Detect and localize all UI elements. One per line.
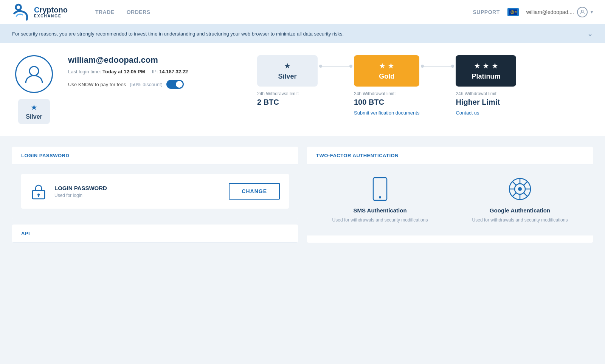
avatar (15, 55, 53, 93)
language-button[interactable]: EN (507, 8, 519, 16)
twofa-panel: TWO-FACTOR AUTHENTICATION SMS Authentica… (307, 147, 593, 243)
main-nav: TRADE ORDERS (95, 9, 473, 15)
last-login-label: Last login time: (68, 69, 101, 74)
dot-left-2 (421, 65, 424, 68)
avatar-area: ★ Silver (15, 55, 53, 124)
ip-value: 14.187.32.22 (159, 69, 188, 74)
platinum-contact-link[interactable]: Contact us (456, 110, 479, 116)
know-fee-label: Use KNOW to pay for fees (68, 82, 126, 87)
main-header: Cryptono EXCHANGE TRADE ORDERS SUPPORT E… (0, 0, 605, 24)
login-password-title: LOGIN PASSWORD (54, 185, 221, 191)
profile-section: ★ Silver william@edoopad.com Last login … (0, 43, 605, 138)
sms-auth-title: SMS Authentication (316, 207, 444, 214)
google-auth-icon (508, 177, 532, 201)
svg-point-9 (37, 194, 40, 196)
lock-icon (30, 183, 47, 200)
gold-stars: ★ ★ (363, 61, 410, 70)
google-auth-title: Google Authentication (456, 207, 584, 214)
security-banner: For security reasons, you are strongly r… (0, 24, 605, 43)
tier-card-silver: ★ Silver (257, 55, 318, 87)
user-email-display: william@edoopad.... (526, 9, 574, 15)
support-link[interactable]: SUPPORT (473, 9, 500, 15)
platinum-name: Platinum (465, 73, 507, 81)
svg-point-15 (518, 187, 522, 191)
user-menu[interactable]: william@edoopad.... ▾ (526, 7, 593, 17)
header-right: SUPPORT EN william@edoopad.... ▾ (473, 7, 593, 17)
know-fee-toggle[interactable] (166, 80, 184, 89)
know-fee-discount: (50% discount) (130, 82, 163, 87)
google-auth-desc: Used for withdrawals and security modifi… (456, 217, 584, 223)
login-password-panel: LOGIN PASSWORD LOGIN PASSWORD Used for l… (12, 147, 298, 218)
connector-line-1 (321, 66, 351, 67)
tier-connector-2 (419, 66, 456, 67)
badge-star: ★ (26, 103, 42, 112)
user-avatar-icon (577, 7, 588, 17)
logo-text-area: Cryptono EXCHANGE (34, 6, 68, 18)
logo-icon (12, 3, 30, 21)
svg-point-12 (379, 196, 381, 198)
svg-line-21 (524, 193, 527, 197)
sms-icon (368, 177, 392, 201)
login-password-sub: Used for login (54, 193, 221, 198)
svg-line-22 (524, 181, 527, 185)
change-password-button[interactable]: CHANGE (229, 183, 280, 200)
logo-sub: EXCHANGE (34, 14, 68, 18)
profile-email: william@edoopad.com (68, 55, 234, 65)
nav-orders[interactable]: ORDERS (127, 9, 150, 15)
left-panel: LOGIN PASSWORD LOGIN PASSWORD Used for l… (12, 147, 298, 243)
svg-point-6 (581, 10, 583, 12)
nav-trade[interactable]: TRADE (95, 9, 115, 15)
tier-gold-block: ★ ★ Gold 24h Withdrawal limit: 100 BTC S… (354, 55, 419, 116)
logo-title: Cryptono (34, 6, 68, 14)
dot-left-1 (319, 65, 322, 68)
ip-label: IP: (152, 69, 158, 74)
silver-limit-value: 2 BTC (257, 98, 318, 107)
svg-line-23 (512, 193, 516, 197)
login-password-row: LOGIN PASSWORD Used for login CHANGE (21, 174, 289, 209)
platinum-stars: ★ ★ ★ (465, 61, 507, 70)
gold-limit-label: 24h Withdrawal limit: (354, 91, 419, 96)
sms-auth-option: SMS Authentication Used for withdrawals … (316, 177, 444, 223)
sms-auth-desc: Used for withdrawals and security modifi… (316, 217, 444, 223)
flag-icon: EN (509, 9, 517, 15)
svg-point-1 (17, 5, 20, 9)
tier-connector-1 (318, 66, 354, 67)
header-divider (86, 5, 86, 19)
twofa-body: SMS Authentication Used for withdrawals … (307, 165, 593, 235)
know-fee-row: Use KNOW to pay for fees (50% discount) (68, 80, 234, 89)
platinum-limit-value: Higher Limit (456, 98, 516, 107)
logo-area: Cryptono EXCHANGE (12, 3, 68, 21)
profile-info: william@edoopad.com Last login time: Tod… (68, 55, 234, 89)
gold-name: Gold (363, 73, 410, 81)
svg-point-7 (29, 67, 39, 76)
tier-section: ★ Silver 24h Withdrawal limit: 2 BTC ★ ★… (250, 55, 590, 116)
platinum-limit-label: 24h Withdrawal limit: (456, 91, 516, 96)
profile-meta: Last login time: Today at 12:05 PM IP: 1… (68, 69, 234, 74)
login-password-body: LOGIN PASSWORD Used for login CHANGE (12, 165, 298, 218)
tier-card-gold: ★ ★ Gold (354, 55, 419, 87)
svg-text:EN: EN (515, 11, 517, 14)
silver-stars: ★ (266, 61, 309, 70)
api-section: API (12, 225, 298, 243)
svg-line-20 (512, 181, 516, 185)
tier-silver-block: ★ Silver 24h Withdrawal limit: 2 BTC (257, 55, 318, 110)
login-password-header: LOGIN PASSWORD (12, 147, 298, 165)
silver-name: Silver (266, 73, 309, 81)
connector-line-2 (422, 66, 453, 67)
badge-label: Silver (26, 113, 42, 120)
api-header: API (12, 225, 298, 243)
user-menu-chevron: ▾ (591, 9, 593, 15)
banner-text: For security reasons, you are strongly r… (12, 31, 344, 37)
gold-verify-link[interactable]: Submit verification documents (354, 110, 419, 116)
main-content: LOGIN PASSWORD LOGIN PASSWORD Used for l… (0, 138, 605, 252)
tier-platinum-block: ★ ★ ★ Platinum 24h Withdrawal limit: Hig… (456, 55, 516, 116)
banner-close-chevron[interactable]: ⌄ (587, 29, 593, 38)
gold-limit-value: 100 BTC (354, 98, 419, 107)
silver-badge-small: ★ Silver (18, 99, 50, 124)
twofa-header: TWO-FACTOR AUTHENTICATION (307, 147, 593, 165)
tier-card-platinum: ★ ★ ★ Platinum (456, 55, 516, 87)
silver-limit-label: 24h Withdrawal limit: (257, 91, 318, 96)
last-login-value: Today at 12:05 PM (102, 69, 145, 74)
dot-right-1 (349, 65, 352, 68)
dot-right-2 (451, 65, 454, 68)
